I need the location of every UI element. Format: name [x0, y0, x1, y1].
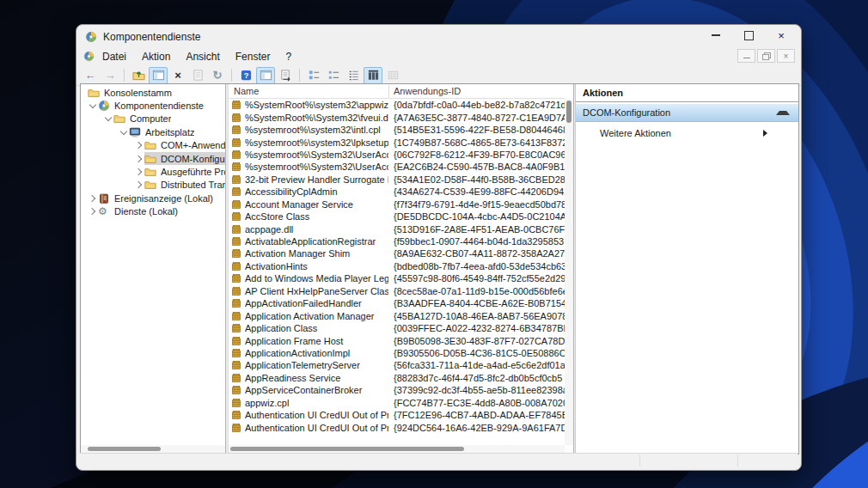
properties-icon[interactable]	[188, 67, 207, 84]
chevron-right-icon[interactable]	[134, 169, 144, 174]
list-vscroll-thumb[interactable]	[566, 101, 572, 123]
refresh-icon[interactable]: ↻	[208, 67, 227, 84]
column-divider[interactable]	[388, 85, 389, 97]
menu-datei[interactable]: Datei	[95, 49, 134, 64]
row-name: Application Frame Host	[245, 336, 388, 346]
customize-view-icon[interactable]	[383, 67, 402, 84]
status-divider	[639, 454, 640, 467]
dcom-application-icon	[231, 311, 241, 321]
column-header-name[interactable]: Name	[234, 86, 259, 96]
details-view-icon[interactable]	[364, 67, 382, 84]
table-row[interactable]: AccessibilityCplAdmin{434A6274-C539-4E99…	[229, 186, 565, 198]
menu-fenster[interactable]: Fenster	[228, 49, 278, 64]
child-restore-button[interactable]	[757, 49, 775, 63]
table-row[interactable]: %systemroot%\system32\intl.cpl{514B5E31-…	[229, 124, 565, 136]
list-vertical-scrollbar[interactable]	[565, 99, 573, 445]
chevron-right-icon[interactable]	[134, 182, 144, 187]
tree-item-com-anwendun[interactable]: COM+-Anwendun	[81, 139, 225, 152]
table-row[interactable]: Application Frame Host{B9B05098-3E30-483…	[229, 334, 565, 346]
tree-item-konsolenstamm[interactable]: Konsolenstamm	[81, 86, 225, 99]
maximize-button[interactable]	[732, 25, 765, 46]
back-icon[interactable]: ←	[81, 67, 100, 84]
large-icons-view-icon[interactable]	[304, 67, 323, 84]
tree-hscroll-thumb[interactable]	[88, 447, 161, 451]
chevron-right-icon[interactable]	[88, 209, 98, 214]
chevron-down-icon[interactable]	[119, 131, 129, 134]
tree-item-dcom-konfigura[interactable]: DCOM-Konfigura	[81, 152, 225, 165]
delete-icon[interactable]: ×	[168, 67, 187, 84]
minimize-button[interactable]	[700, 25, 732, 46]
table-row[interactable]: 32-bit Preview Handler Surrogate H...{53…	[229, 174, 565, 186]
more-actions-label: Weitere Aktionen	[576, 128, 671, 138]
tree-item-komponentendienste[interactable]: Komponentendienste	[81, 99, 225, 112]
chevron-right-icon[interactable]	[134, 143, 144, 148]
dcom-application-icon	[231, 199, 241, 210]
table-row[interactable]: AppServiceContainerBroker{37399c92-dc3f-…	[229, 384, 565, 396]
table-row[interactable]: ActivatableApplicationRegistrar{f59bbec1…	[229, 235, 565, 247]
menu-aktion[interactable]: Aktion	[134, 49, 178, 64]
list-hscroll-thumb[interactable]	[230, 447, 464, 451]
more-actions-item[interactable]: Weitere Aktionen	[576, 125, 798, 142]
menu-ansicht[interactable]: Ansicht	[178, 49, 227, 64]
dcom-application-icon	[231, 211, 241, 222]
table-row[interactable]: AccStore Class{DE5DBCDC-104A-4cbc-A4D5-0…	[229, 210, 565, 223]
row-appid: {B3AADFEA-8404-4CBE-A62E-B0B715412	[388, 298, 565, 308]
chevron-down-icon[interactable]	[88, 104, 98, 107]
table-row[interactable]: Application Activation Manager{45BA127D-…	[229, 309, 565, 321]
forward-icon[interactable]: →	[101, 67, 119, 84]
table-row[interactable]: Application Class{0039FFEC-A022-4232-827…	[229, 322, 565, 334]
toolbar-separator	[299, 69, 300, 82]
column-header-anwendungs-id[interactable]: Anwendungs-ID	[394, 86, 461, 96]
up-one-level-icon[interactable]	[129, 67, 148, 84]
show-console-tree-icon[interactable]	[149, 67, 168, 84]
row-appid: {45BA127D-10A8-46EA-8AB7-56EA90789	[388, 311, 565, 321]
tree-item-arbeitsplatz[interactable]: Arbeitsplatz	[81, 125, 225, 138]
tree-item-dienste-lokal[interactable]: ⚙Dienste (Lokal)	[81, 205, 225, 218]
actions-section-dcom-konfiguration[interactable]: DCOM-Konfiguration	[576, 103, 798, 122]
row-name: %systemroot%\system32\lpksetup...	[245, 137, 388, 148]
dcom-application-icon	[231, 336, 241, 346]
table-row[interactable]: Authentication UI CredUI Out of Pr...{92…	[229, 421, 565, 433]
table-row[interactable]: ApplicationActivationImpl{B9305506-D05B-…	[229, 347, 565, 359]
table-row[interactable]: appwiz.cpl{FCC74B77-EC3E-4dd8-A80B-008A7…	[229, 397, 565, 409]
table-row[interactable]: Add to Windows Media Player Lega...{4559…	[229, 272, 565, 284]
chevron-right-icon[interactable]	[88, 196, 98, 201]
table-row[interactable]: Activation Manager Shim{8A9AE632-CB07-4A…	[229, 247, 565, 259]
table-row[interactable]: %systemroot%\system32\lpksetup...{1C749B…	[229, 136, 565, 148]
computer-icon	[129, 126, 142, 138]
small-icons-view-icon[interactable]	[324, 67, 343, 84]
table-row[interactable]: AppReadiness Service{88283d7c-46f4-47d5-…	[229, 372, 565, 384]
row-name: AccessibilityCplAdmin	[245, 186, 388, 197]
row-appid: {B9305506-D05B-4C36-81C5-0E50886C1	[388, 348, 565, 358]
row-appid: {434A6274-C539-4E99-88FC-44206D9427	[388, 186, 565, 197]
show-action-pane-icon[interactable]	[256, 67, 275, 84]
table-row[interactable]: ActivationHints{bdbed08b-7fb7-4eea-afd0-…	[229, 260, 565, 272]
collapse-icon[interactable]	[776, 111, 790, 115]
table-row[interactable]: Authentication UI CredUI Out of Pro...{7…	[229, 409, 565, 421]
help-icon[interactable]	[236, 67, 255, 84]
title-bar[interactable]: Komponentendienste ×	[76, 25, 801, 47]
menu-help[interactable]: ?	[278, 49, 299, 64]
tree-item-ereignisanzeige-lokal[interactable]: Ereignisanzeige (Lokal)	[81, 192, 225, 204]
chevron-right-icon[interactable]	[134, 156, 144, 162]
tree-item-distributed-transa[interactable]: Distributed Transa	[81, 179, 225, 192]
table-row[interactable]: AP Client HxHelpPaneServer Class{8cec58a…	[229, 285, 565, 297]
table-row[interactable]: acppage.dll{513D916F-2A8E-4F51-AEAB-0CBC…	[229, 223, 565, 235]
export-list-icon[interactable]	[276, 67, 295, 84]
child-close-button[interactable]: ×	[777, 49, 795, 63]
child-minimize-button[interactable]	[737, 49, 755, 63]
table-row[interactable]: Account Manager Service{f7f34f79-6791-4d…	[229, 198, 565, 210]
tree-item-ausgef-hrte-proze[interactable]: Ausgeführte Proze	[81, 165, 225, 178]
table-row[interactable]: %SystemRoot%\system32\appwiz.cpl{0da7bfd…	[229, 99, 565, 111]
table-row[interactable]: %systemroot%\System32\UserAcco...{EA2C6B…	[229, 161, 565, 173]
list-view-icon[interactable]	[344, 67, 363, 84]
tree-item-computer[interactable]: Computer	[81, 113, 225, 125]
chevron-down-icon[interactable]	[103, 117, 113, 120]
table-row[interactable]: ApplicationTelemetryServer{56fca331-711a…	[229, 359, 565, 371]
table-row[interactable]: %systemroot%\System32\UserAcco...{06C792…	[229, 149, 565, 161]
row-name: 32-bit Preview Handler Surrogate H...	[245, 174, 388, 185]
table-row[interactable]: %SystemRoot%\System32\fveui.dll{A7A63E5C…	[229, 111, 565, 123]
close-button[interactable]: ×	[765, 25, 798, 46]
row-name: Add to Windows Media Player Lega...	[245, 273, 388, 284]
table-row[interactable]: AppActivationFailedHandler{B3AADFEA-8404…	[229, 297, 565, 309]
